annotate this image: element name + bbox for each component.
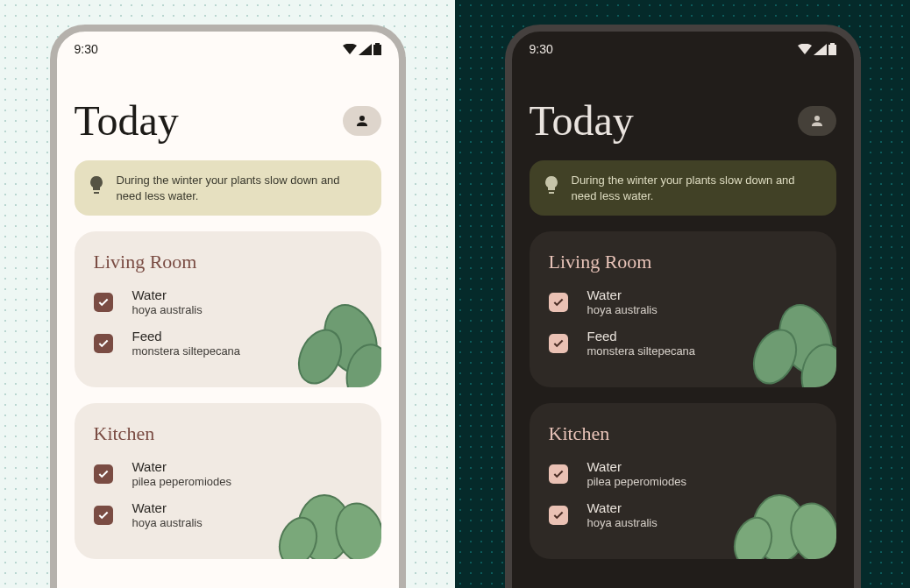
room-card: Kitchen Water pilea peperomiodes W (530, 403, 836, 559)
task-label: Water (587, 287, 658, 303)
task-subtitle: hoya australis (587, 516, 658, 529)
task-label: Water (132, 459, 231, 475)
task-checkbox[interactable] (94, 334, 113, 353)
tip-banner: During the winter your plants slow down … (75, 160, 381, 216)
check-icon (552, 296, 565, 308)
check-icon (97, 296, 110, 308)
room-card: Living Room Water hoya australis F (75, 231, 381, 387)
tip-banner: During the winter your plants slow down … (530, 160, 836, 216)
status-bar: 9:30 (57, 32, 399, 61)
app-header: Today (530, 61, 836, 160)
status-time: 9:30 (75, 42, 98, 56)
battery-icon (373, 43, 381, 55)
check-icon (97, 337, 110, 350)
phone-frame: 9:30 Today During the winter your plants… (505, 25, 861, 588)
check-icon (97, 509, 110, 521)
person-icon (809, 113, 825, 129)
status-time: 9:30 (530, 42, 553, 56)
task-subtitle: monstera siltepecana (587, 344, 696, 358)
dark-theme-preview: 9:30 Today During the winter your plants… (455, 0, 910, 588)
room-card: Living Room Water hoya australis F (530, 231, 836, 387)
wifi-icon (343, 44, 357, 55)
light-theme-preview: 9:30 Today During the winter your plants… (0, 0, 455, 588)
status-icons (798, 43, 836, 55)
profile-button[interactable] (798, 106, 836, 136)
room-title: Kitchen (94, 422, 362, 445)
signal-icon (814, 44, 827, 55)
room-title: Living Room (549, 251, 817, 273)
check-icon (552, 509, 565, 521)
task-checkbox[interactable] (94, 506, 113, 525)
task-checkbox[interactable] (94, 464, 113, 484)
tip-text: During the winter your plants slow down … (572, 173, 822, 203)
plant-illustration (740, 291, 836, 387)
task-subtitle: hoya australis (587, 303, 658, 316)
task-label: Water (132, 500, 203, 516)
task-label: Feed (132, 329, 241, 344)
task-checkbox[interactable] (549, 506, 568, 525)
task-subtitle: pilea peperomiodes (587, 475, 686, 488)
task-label: Water (587, 500, 658, 516)
check-icon (97, 468, 110, 480)
signal-icon (359, 44, 372, 55)
room-card: Kitchen Water pilea peperomiodes W (75, 403, 381, 559)
task-subtitle: hoya australis (132, 516, 203, 529)
task-label: Water (587, 459, 686, 475)
task-checkbox[interactable] (549, 334, 568, 353)
plant-illustration (731, 471, 836, 559)
room-title: Kitchen (549, 422, 817, 445)
plant-illustration (285, 291, 381, 387)
profile-button[interactable] (343, 106, 381, 136)
check-icon (552, 468, 565, 480)
page-title: Today (75, 96, 179, 145)
wifi-icon (798, 44, 812, 55)
bulb-icon (89, 176, 104, 200)
bulb-icon (544, 176, 559, 200)
phone-frame: 9:30 Today During the winter your plants… (50, 25, 406, 588)
task-subtitle: pilea peperomiodes (132, 475, 231, 488)
room-title: Living Room (94, 251, 362, 273)
page-title: Today (530, 96, 634, 145)
task-subtitle: monstera siltepecana (132, 344, 241, 358)
status-icons (343, 43, 381, 55)
person-icon (354, 113, 370, 129)
task-label: Feed (587, 329, 696, 344)
check-icon (552, 337, 565, 350)
tip-text: During the winter your plants slow down … (117, 173, 367, 203)
battery-icon (828, 43, 836, 55)
task-checkbox[interactable] (94, 293, 113, 312)
task-checkbox[interactable] (549, 293, 568, 312)
app-header: Today (75, 61, 381, 160)
task-label: Water (132, 287, 203, 303)
plant-illustration (276, 471, 381, 559)
task-subtitle: hoya australis (132, 303, 203, 316)
task-checkbox[interactable] (549, 464, 568, 484)
status-bar: 9:30 (512, 32, 854, 61)
